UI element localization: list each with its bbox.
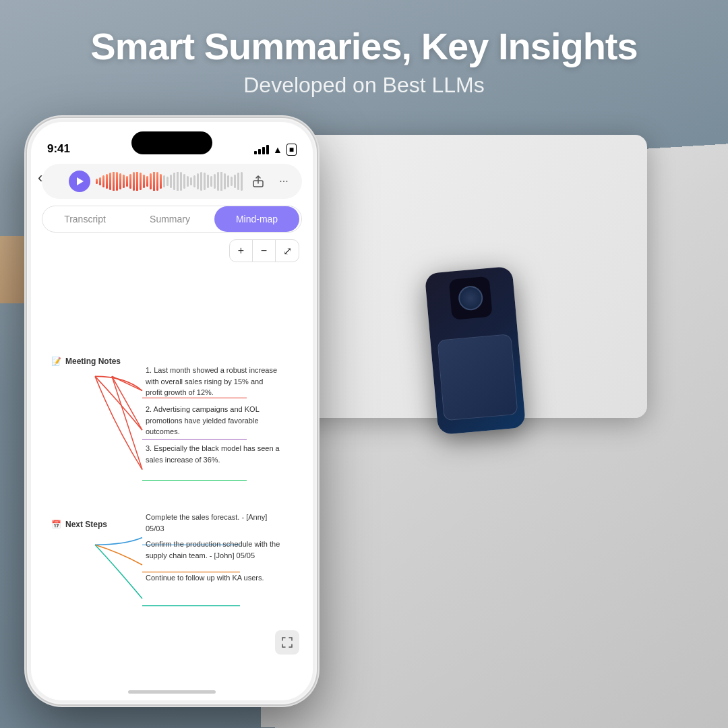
wifi-icon: ▲: [273, 144, 282, 155]
camera-module: [449, 276, 493, 320]
nextstep-item-3: Continue to follow up with KA users.: [146, 572, 280, 584]
bar2: [258, 149, 261, 154]
tab-summary[interactable]: Summary: [127, 206, 212, 232]
tab-bar: Transcript Summary Mind-map: [42, 206, 302, 233]
camera-lens: [458, 285, 484, 311]
mindmap-area: 📝 Meeting Notes 1. Last month showed a r…: [31, 237, 313, 667]
meeting-item-2: 2. Advertising campaigns and KOL promoti…: [146, 404, 280, 437]
zoom-fit-button[interactable]: ⤢: [276, 240, 299, 262]
zoom-out-button[interactable]: −: [253, 240, 276, 262]
bar4: [266, 145, 269, 154]
meeting-notes-label: Meeting Notes: [65, 357, 121, 366]
home-indicator: [128, 690, 216, 694]
nextstep-item-1: Complete the sales forecast. - [Anny] 05…: [146, 512, 280, 534]
subtitle: Developed on Best LLMs: [0, 73, 728, 98]
battery-icon: ■: [286, 144, 297, 156]
meeting-item-1: 1. Last month showed a robust increase w…: [146, 365, 280, 398]
zoom-controls: + − ⤢: [229, 239, 299, 262]
main-title: Smart Summaries, Key Insights: [0, 26, 728, 67]
phone-mockup: 9:41 ▲ ■ ‹: [27, 118, 317, 704]
meeting-notes-icon: 📝: [51, 357, 61, 366]
next-steps-icon: 📅: [51, 520, 61, 529]
meeting-item-3: 3. Especially the black model has seen a…: [146, 443, 280, 465]
second-phone: [425, 266, 526, 435]
wallet-case: [437, 334, 518, 421]
tab-mindmap[interactable]: Mind-map: [214, 206, 299, 232]
status-icons: ▲ ■: [254, 144, 297, 156]
more-button[interactable]: ···: [274, 171, 294, 191]
next-steps-label: Next Steps: [65, 520, 107, 529]
back-button[interactable]: ‹: [38, 169, 42, 187]
zoom-in-button[interactable]: +: [230, 240, 253, 262]
header-area: Smart Summaries, Key Insights Developed …: [0, 26, 728, 98]
tab-transcript[interactable]: Transcript: [42, 206, 127, 232]
dynamic-island: [131, 131, 212, 154]
play-button[interactable]: [69, 171, 90, 192]
play-icon: [77, 177, 84, 185]
bar1: [254, 151, 257, 154]
meeting-notes-node: 📝 Meeting Notes: [51, 357, 121, 366]
next-steps-node: 📅 Next Steps: [51, 520, 107, 529]
bar3: [262, 147, 265, 154]
fullscreen-button[interactable]: [275, 630, 299, 655]
share-button[interactable]: [248, 171, 268, 191]
phone-screen: 9:41 ▲ ■ ‹: [31, 122, 313, 700]
nextstep-item-2: Confirm the production schedule with the…: [146, 539, 280, 561]
waveform: [96, 172, 243, 191]
signal-bars-icon: [254, 145, 269, 154]
audio-player: ···: [42, 164, 302, 199]
status-time: 9:41: [47, 142, 70, 156]
